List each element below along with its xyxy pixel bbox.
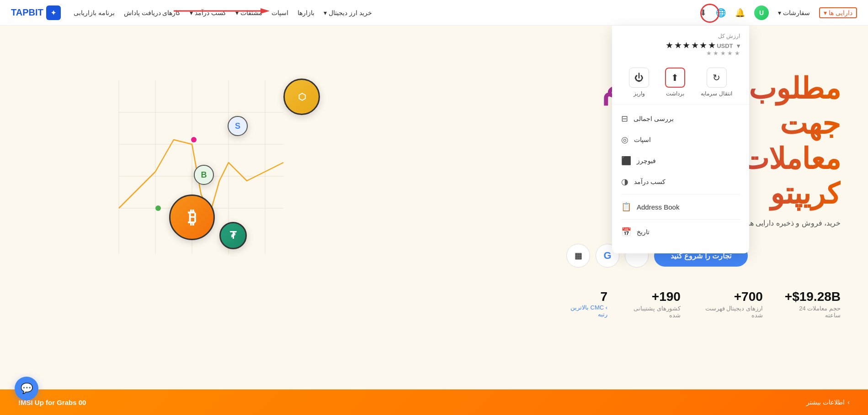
menu-item-history[interactable]: تاریخ 📅 <box>612 221 749 242</box>
deposit-icon-btn: ⏻ <box>629 68 649 88</box>
google-icon: G <box>603 250 611 262</box>
menu-item-earn[interactable]: کسب درآمد ◑ <box>612 171 749 192</box>
menu-item-futures[interactable]: فیوچرز ⬛ <box>612 150 749 171</box>
divider <box>621 194 740 194</box>
stat-coins-label: ارزهای دیجیتال فهرست شده <box>703 305 763 319</box>
nav-item-markets[interactable]: بازارها <box>298 9 314 16</box>
address-book-label: Address Book <box>637 203 679 211</box>
user-avatar[interactable]: U <box>754 5 769 20</box>
spot-label: اسپات <box>634 136 651 143</box>
coin-bnb: ⬡ <box>283 79 320 115</box>
withdraw-icon-btn: ⬆ <box>665 68 685 88</box>
chat-button[interactable]: 💬 <box>15 377 38 400</box>
earn-icon: ◑ <box>621 177 628 187</box>
dropdown-menu-list: بررسی اجمالی ⊟ اسپات ◎ فیوچرز ⬛ کسب درآم… <box>612 105 749 246</box>
download-icon[interactable]: ⬇ <box>700 8 707 18</box>
dropdown-actions-row: ↻ انتقال سرمایه ⬆ برداشت ⏻ واریز <box>612 60 749 105</box>
banner-more-link[interactable]: › اطلاعات بیشتر <box>806 399 850 406</box>
chart-dot-pink <box>191 137 197 142</box>
address-book-icon: 📋 <box>621 202 631 212</box>
nav-item-marketing[interactable]: برنامه بازاریابی <box>74 9 115 16</box>
transfer-icon-btn: ↻ <box>707 68 727 88</box>
daraii-dropdown-panel: ارزش کل ★ ★ ★ ★ ★ ★ USDT ▾ ★ ★ ★ ★ ★ ↻ ا… <box>612 26 749 253</box>
nav-item-derivatives[interactable]: مشتقات ▾ <box>235 9 262 16</box>
safareshat-dropdown[interactable]: سفارشات ▾ <box>778 9 810 16</box>
safareshat-label: سفارشات <box>783 9 810 16</box>
brand-logo[interactable]: ✦ TAPBIT <box>11 5 61 20</box>
balance-value: ★ ★ ★ ★ ★ ★ USDT ▾ <box>621 41 740 50</box>
top-navigation: دارایی ها ▾ سفارشات ▾ U 🔔 🌐 ⬇ خرید ارز د… <box>0 0 868 26</box>
more-label: اطلاعات بیشتر <box>806 399 845 406</box>
stat-volume-value: +$19.28B <box>785 289 841 304</box>
bell-icon[interactable]: 🔔 <box>735 8 745 18</box>
qr-icon: ▦ <box>575 251 582 261</box>
stat-volume: +$19.28B حجم معاملات 24 ساعته <box>785 289 841 319</box>
more-arrow-icon: › <box>847 399 850 406</box>
action-deposit[interactable]: ⏻ واریز <box>629 68 649 97</box>
chart-dot-green <box>155 205 161 211</box>
stat-rank: 7 › CMC بالاترین رتبه <box>566 289 607 319</box>
balance-sub: ★ ★ ★ ★ ★ <box>621 50 740 57</box>
stat-volume-label: حجم معاملات 24 ساعته <box>785 305 841 319</box>
nav-left-section: دارایی ها ▾ سفارشات ▾ U 🔔 🌐 ⬇ <box>700 5 857 20</box>
stat-countries-label: کشورهای پشتیبانی شده <box>629 305 681 319</box>
nav-item-spot[interactable]: اسپات <box>272 9 288 16</box>
menu-item-address-book[interactable]: Address Book 📋 <box>612 196 749 217</box>
coin-usdt: ₮ <box>219 222 247 249</box>
action-withdraw[interactable]: ⬆ برداشت <box>665 68 685 97</box>
action-transfer[interactable]: ↻ انتقال سرمایه <box>701 68 732 97</box>
overview-label: بررسی اجمالی <box>634 115 674 122</box>
logo-icon: ✦ <box>46 5 61 20</box>
nav-menu: خرید ارز دیجیتال ▾ بازارها اسپات مشتقات … <box>74 9 372 16</box>
bottom-banner: › اطلاعات بیشتر 00 MSI Up for Grabs! <box>0 389 868 415</box>
nav-item-buy[interactable]: خرید ارز دیجیتال ▾ <box>324 9 372 16</box>
brand-name: TAPBIT <box>11 7 43 18</box>
globe-icon[interactable]: 🌐 <box>716 8 726 18</box>
stat-coins-value: +700 <box>703 289 763 304</box>
coin-s: S <box>228 116 248 136</box>
futures-icon: ⬛ <box>621 156 631 166</box>
nav-item-rewards[interactable]: کارهای دریافت پاداش <box>124 9 181 16</box>
stat-rank-value: 7 <box>566 289 607 304</box>
dropdown-header: ارزش کل ★ ★ ★ ★ ★ ★ USDT ▾ ★ ★ ★ ★ ★ <box>612 26 749 60</box>
daraii-label: دارایی ها <box>829 9 852 16</box>
chevron-down-icon: ▾ <box>778 9 781 16</box>
overview-icon: ⊟ <box>621 114 628 124</box>
stat-rank-cmc[interactable]: › CMC بالاترین رتبه <box>566 304 607 318</box>
transfer-label: انتقال سرمایه <box>701 90 732 97</box>
deposit-label: واریز <box>634 90 645 97</box>
hero-stats: +$19.28B حجم معاملات 24 ساعته +700 ارزها… <box>566 289 841 319</box>
stat-countries-value: +190 <box>629 289 681 304</box>
coin-b: B <box>194 165 214 185</box>
daraii-dropdown[interactable]: دارایی ها ▾ <box>819 7 857 18</box>
chevron-down-icon: ▾ <box>824 9 827 16</box>
history-label: تاریخ <box>637 228 650 236</box>
menu-item-overview[interactable]: بررسی اجمالی ⊟ <box>612 108 749 129</box>
stat-coins: +700 ارزهای دیجیتال فهرست شده <box>703 289 763 319</box>
withdraw-label: برداشت <box>666 90 684 97</box>
balance-label: ارزش کل <box>621 33 740 39</box>
earn-label: کسب درآمد <box>634 178 666 185</box>
history-icon: 📅 <box>621 227 631 237</box>
spot-icon: ◎ <box>621 135 628 145</box>
qr-button[interactable]: ▦ <box>566 244 590 268</box>
stat-countries: +190 کشورهای پشتیبانی شده <box>629 289 681 319</box>
futures-label: فیوچرز <box>637 157 656 164</box>
menu-item-spot[interactable]: اسپات ◎ <box>612 129 749 150</box>
divider-2 <box>621 219 740 220</box>
chat-icon: 💬 <box>21 383 33 394</box>
nav-right-section: خرید ارز دیجیتال ▾ بازارها اسپات مشتقات … <box>11 5 372 20</box>
coin-btc: ₿ <box>169 194 215 240</box>
nav-item-earn[interactable]: کسب درآمد ▾ <box>190 9 226 16</box>
